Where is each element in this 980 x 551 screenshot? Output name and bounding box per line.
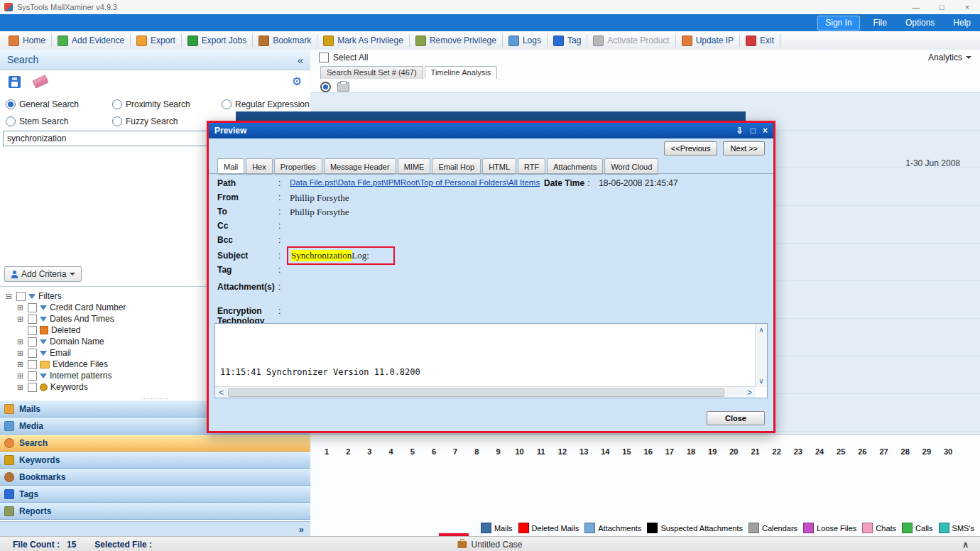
menu-item[interactable]: Options [896, 18, 944, 28]
preview-tab[interactable]: Properties [274, 158, 322, 175]
funnel-icon [40, 317, 47, 322]
pin-icon[interactable]: ⇩ [736, 126, 744, 136]
toolbar-item[interactable]: Export Jobs [182, 34, 253, 47]
horizontal-scrollbar[interactable]: < > [215, 386, 756, 398]
export-jobs-icon [187, 36, 198, 46]
toolbar-item[interactable]: Mark As Privilege [317, 34, 410, 47]
scroll-right-icon[interactable]: > [747, 388, 752, 398]
toolbar-item[interactable]: Remove Privilege [410, 34, 503, 47]
expand-node-icon[interactable]: ⊞ [17, 304, 25, 312]
filter-checkbox[interactable] [28, 303, 37, 312]
close-button[interactable]: Close [707, 411, 765, 425]
preview-tab[interactable]: Word Cloud [604, 158, 658, 175]
expand-node-icon[interactable]: ⊞ [17, 361, 25, 369]
app-logo-icon [4, 3, 13, 11]
view-icon[interactable] [320, 82, 331, 92]
accordion-item[interactable]: Bookmarks [0, 469, 310, 486]
expand-more-icon[interactable]: » [299, 524, 304, 535]
menu-item[interactable]: File [864, 18, 896, 28]
toolbar-item[interactable]: Tag [548, 34, 587, 47]
preview-tab[interactable]: Message Header [324, 158, 396, 175]
collapse-panel-icon[interactable]: « [298, 54, 303, 66]
preview-tab[interactable]: Email Hop [432, 158, 481, 175]
result-tab[interactable]: Timeline Analysis [425, 66, 498, 79]
search-type-radio[interactable]: Fuzzy Search [112, 116, 178, 126]
legend-item: Mails [481, 523, 513, 533]
expand-node-icon[interactable]: ⊞ [17, 315, 25, 323]
analytics-dropdown[interactable]: Analytics [928, 53, 971, 62]
accordion-item[interactable]: Tags [0, 486, 310, 503]
scroll-down-icon[interactable]: ∨ [758, 377, 763, 385]
close-icon[interactable]: × [954, 0, 980, 14]
mails-icon [4, 404, 14, 414]
close-icon[interactable]: × [763, 126, 768, 136]
scrollbar-thumb[interactable] [228, 388, 724, 397]
legend-item: Calendars [748, 523, 797, 533]
toolbar-item[interactable]: Exit [740, 34, 780, 47]
accordion-item[interactable]: Reports [0, 503, 310, 520]
filter-label: Dates And Times [50, 314, 114, 324]
toolbar-item[interactable]: Export [131, 34, 182, 47]
preview-tab[interactable]: Hex [246, 158, 273, 175]
add-criteria-button[interactable]: Add Criteria [4, 266, 82, 282]
toolbar-item[interactable]: Activate Product [587, 34, 675, 47]
preview-tab[interactable]: MIME [398, 158, 431, 175]
preview-tab[interactable]: Attachments [547, 158, 603, 175]
preview-tab-label: Mail [224, 163, 238, 171]
clear-search-icon[interactable] [32, 75, 48, 88]
previous-button[interactable]: <<Previous [664, 141, 718, 156]
toolbar-item[interactable]: Logs [503, 34, 548, 47]
save-search-icon[interactable] [9, 76, 21, 88]
expand-node-icon[interactable]: ⊞ [17, 383, 25, 391]
path-link[interactable]: Data File.pst\Data File.pst\IPMRoot\Top … [290, 178, 540, 187]
vertical-scrollbar[interactable]: ∧ ∨ [755, 324, 767, 387]
filters-root-checkbox[interactable] [16, 292, 26, 301]
activate-product-icon [593, 36, 604, 46]
maximize-icon[interactable]: □ [929, 0, 954, 14]
accordion-item[interactable]: Search [0, 435, 310, 452]
maximize-icon[interactable]: □ [751, 126, 756, 136]
search-type-radio[interactable]: Proximity Search [112, 99, 190, 109]
colon: : [278, 207, 290, 217]
gear-icon[interactable]: ⚙ [292, 76, 302, 87]
filter-checkbox[interactable] [28, 360, 37, 369]
scroll-left-icon[interactable]: < [219, 388, 224, 398]
subject-label: Subject [217, 251, 278, 261]
toolbar-item[interactable]: Update IP [676, 34, 740, 47]
search-type-radio[interactable]: Stem Search [6, 116, 68, 126]
expand-node-icon[interactable]: ⊞ [17, 349, 25, 357]
filter-checkbox[interactable] [28, 349, 37, 358]
accordion-item[interactable]: Keywords [0, 452, 310, 469]
scroll-up-icon[interactable]: ∧ [758, 326, 763, 334]
preview-tab[interactable]: HTML [482, 158, 516, 175]
preview-tab-label: Hex [252, 163, 266, 171]
filter-checkbox[interactable] [28, 326, 37, 335]
select-all-checkbox[interactable] [319, 53, 329, 62]
toolbar-item[interactable]: Bookmark [253, 34, 317, 47]
filter-checkbox[interactable] [28, 337, 37, 347]
result-tab[interactable]: Search Result Set # (467) [320, 66, 423, 79]
legend-swatch [862, 523, 873, 533]
next-button[interactable]: Next >> [723, 141, 765, 156]
statusbar-collapse-icon[interactable]: ∧ [962, 540, 969, 550]
filter-checkbox[interactable] [28, 315, 37, 324]
legend-label: Mails [494, 524, 513, 533]
filter-checkbox[interactable] [28, 371, 37, 381]
expand-node-icon[interactable]: ⊞ [17, 338, 25, 346]
search-type-radio[interactable]: General Search [6, 99, 79, 109]
collapse-node-icon[interactable]: ⊟ [6, 293, 13, 300]
preview-tab[interactable]: Mail [217, 158, 244, 175]
toolbar-item[interactable]: Add Evidence [52, 34, 131, 47]
minimize-icon[interactable]: — [903, 0, 929, 14]
menu-item[interactable]: Help [944, 18, 980, 28]
expand-node-icon[interactable]: ⊞ [17, 372, 25, 380]
preview-nav: <<Previous Next >> [664, 141, 765, 156]
toolbar-item[interactable]: Home [3, 34, 52, 47]
print-icon[interactable] [337, 82, 349, 92]
search-type-radio[interactable]: Regular Expression [222, 99, 310, 109]
axis-tick-label: 18 [680, 447, 702, 456]
preview-tab[interactable]: RTF [518, 158, 545, 175]
filter-checkbox[interactable] [28, 383, 37, 392]
sign-in-button[interactable]: Sign In [817, 16, 859, 31]
toolbar-item-label: Tag [567, 36, 581, 45]
